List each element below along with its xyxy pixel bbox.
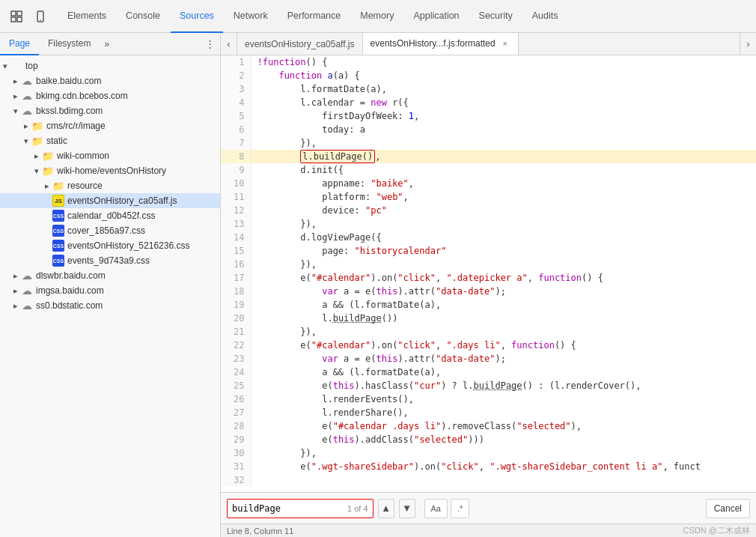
tree-arrow-imgsa[interactable] xyxy=(10,285,21,296)
line-code-16: }), xyxy=(251,258,756,271)
tree-arrow-wiki-common[interactable] xyxy=(31,151,42,161)
tree-label-eventsOnHistory-js: eventsOnHistory_ca05aff.js xyxy=(67,195,177,206)
line-num-16: 16 xyxy=(221,258,251,271)
sidebar-tab-filesystem[interactable]: Filesystem xyxy=(39,33,100,55)
tree-item-events-css[interactable]: CSS events_9d743a9.css xyxy=(0,253,220,268)
line-code-11: platform: "web", xyxy=(251,190,756,204)
tree-item-static[interactable]: static xyxy=(0,133,220,148)
file-tab-0[interactable]: eventsOnHistory_ca05aff.js xyxy=(237,33,363,55)
tree-item-wiki-common[interactable]: wiki-common xyxy=(0,148,220,163)
tree-arrow-resource[interactable] xyxy=(42,180,52,191)
line-code-13: }), xyxy=(251,217,756,231)
tree-arrow-ss0[interactable] xyxy=(10,300,21,311)
sidebar: Page Filesystem » ⋮ top baike.baidu.com xyxy=(0,33,221,537)
tree-arrow-wiki-home[interactable] xyxy=(31,166,42,176)
line-num-27: 27 xyxy=(221,406,251,419)
line-num-19: 19 xyxy=(221,298,251,312)
line-code-5: firstDayOfWeek: 1, xyxy=(251,109,756,123)
search-next-button[interactable]: ▼ xyxy=(399,499,415,518)
tree-arrow-cms[interactable] xyxy=(21,121,31,131)
tab-sources[interactable]: Sources xyxy=(171,0,223,33)
tree-item-cover-css[interactable]: CSS cover_1856a97.css xyxy=(0,223,220,238)
svg-rect-0 xyxy=(11,11,16,16)
tree-item-eventsOnHistory-js[interactable]: JS eventsOnHistory_ca05aff.js xyxy=(0,193,220,208)
folder-icon-wiki-home xyxy=(42,165,54,177)
tree-arrow-bkimg[interactable] xyxy=(10,91,21,101)
line-num-28: 28 xyxy=(221,419,251,433)
tab-network[interactable]: Network xyxy=(225,0,277,33)
line-code-1: !function() { xyxy=(251,55,756,69)
line-code-18: var a = e(this).attr("data-date"); xyxy=(251,285,756,298)
tree-arrow-none xyxy=(42,195,52,206)
line-num-15: 15 xyxy=(221,244,251,258)
search-input[interactable] xyxy=(228,503,347,514)
line-num-24: 24 xyxy=(221,365,251,379)
tree-item-bkssl[interactable]: bkssl.bdimg.com xyxy=(0,103,220,118)
code-line-24: 24 a && (l.formatDate(a), xyxy=(221,365,756,379)
tree-arrow-none3 xyxy=(42,225,52,236)
tree-label-resource: resource xyxy=(67,180,103,191)
code-editor[interactable]: 1 !function() { 2 function a(a) { 3 l.fo… xyxy=(221,55,756,492)
line-num-6: 6 xyxy=(221,123,251,136)
tab-audits[interactable]: Audits xyxy=(523,0,567,33)
file-tab-nav-right-button[interactable]: › xyxy=(740,33,756,55)
tab-memory[interactable]: Memory xyxy=(351,0,403,33)
line-code-8: l.buildPage(), xyxy=(251,150,756,163)
line-num-29: 29 xyxy=(221,433,251,446)
tree-item-resource[interactable]: resource xyxy=(0,178,220,193)
tree-item-bkimg[interactable]: bkimg.cdn.bcebos.com xyxy=(0,88,220,103)
tab-elements[interactable]: Elements xyxy=(58,0,115,33)
tree-label-cms: cms/rc/r/image xyxy=(46,121,106,131)
sidebar-tab-page[interactable]: Page xyxy=(0,33,39,55)
file-tab-1[interactable]: eventsOnHistory...f.js:formatted × xyxy=(363,33,519,55)
tree-item-top[interactable]: top xyxy=(0,58,220,73)
file-tab-close-button[interactable]: × xyxy=(500,38,510,49)
line-num-14: 14 xyxy=(221,231,251,244)
tree-arrow-baike[interactable] xyxy=(10,76,21,86)
tree-arrow-dlswbr[interactable] xyxy=(10,270,21,281)
cancel-button[interactable]: Cancel xyxy=(706,499,750,518)
code-line-11: 11 platform: "web", xyxy=(221,190,756,204)
tree-item-cms[interactable]: cms/rc/r/image xyxy=(0,118,220,133)
line-code-24: a && (l.formatDate(a), xyxy=(251,365,756,379)
status-bar: Line 8, Column 11 CSDN @二木成林 xyxy=(221,524,756,537)
svg-point-5 xyxy=(40,19,41,21)
tree-item-calendar-css[interactable]: CSS calendar_d0b452f.css xyxy=(0,208,220,223)
line-code-20: l.buildPage()) xyxy=(251,312,756,325)
folder-icon-static xyxy=(31,135,43,147)
tree-arrow-static[interactable] xyxy=(21,136,31,146)
cloud-icon-bkssl xyxy=(21,105,33,117)
tree-arrow-top[interactable] xyxy=(0,61,10,71)
line-num-9: 9 xyxy=(221,163,251,177)
cloud-icon-ss0 xyxy=(21,300,33,312)
tree-arrow-bkssl[interactable] xyxy=(10,106,21,116)
code-line-21: 21 }), xyxy=(221,325,756,339)
line-code-30: }), xyxy=(251,446,756,460)
tree-item-imgsa[interactable]: imgsa.baidu.com xyxy=(0,283,220,298)
regex-button[interactable]: .* xyxy=(451,499,469,518)
file-tab-nav-left-button[interactable]: ‹ xyxy=(221,33,237,55)
mobile-button[interactable] xyxy=(30,6,51,27)
js-file-icon: JS xyxy=(52,195,64,207)
match-case-button[interactable]: Aa xyxy=(424,499,448,518)
tab-application[interactable]: Application xyxy=(404,0,468,33)
tree-item-dlswbr[interactable]: dlswbr.baidu.com xyxy=(0,268,220,283)
line-num-13: 13 xyxy=(221,217,251,231)
code-line-29: 29 e(this).addClass("selected"))) xyxy=(221,433,756,446)
line-num-30: 30 xyxy=(221,446,251,460)
code-line-12: 12 device: "pc" xyxy=(221,204,756,217)
line-num-2: 2 xyxy=(221,69,251,82)
tree-item-baike[interactable]: baike.baidu.com xyxy=(0,73,220,88)
tab-security[interactable]: Security xyxy=(470,0,522,33)
tree-item-wiki-home[interactable]: wiki-home/eventsOnHistory xyxy=(0,163,220,178)
code-line-4: 4 l.calendar = new r({ xyxy=(221,96,756,109)
tree-item-ss0[interactable]: ss0.bdstatic.com xyxy=(0,298,220,313)
line-code-4: l.calendar = new r({ xyxy=(251,96,756,109)
search-prev-button[interactable]: ▲ xyxy=(378,499,394,518)
sidebar-menu-button[interactable]: ⋮ xyxy=(199,34,220,55)
tree-item-eventsOnHistory-css[interactable]: CSS eventsOnHistory_5216236.css xyxy=(0,238,220,253)
inspect-element-button[interactable] xyxy=(6,6,27,27)
tab-performance[interactable]: Performance xyxy=(278,0,350,33)
tab-console[interactable]: Console xyxy=(117,0,169,33)
line-code-26: l.renderEvents(), xyxy=(251,392,756,406)
